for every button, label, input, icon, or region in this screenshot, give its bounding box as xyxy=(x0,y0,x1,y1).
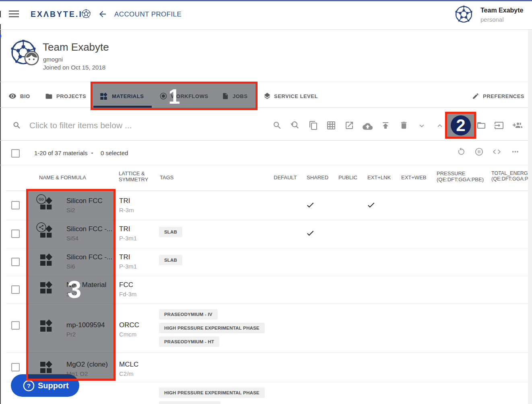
svg-text:?: ? xyxy=(27,382,31,389)
